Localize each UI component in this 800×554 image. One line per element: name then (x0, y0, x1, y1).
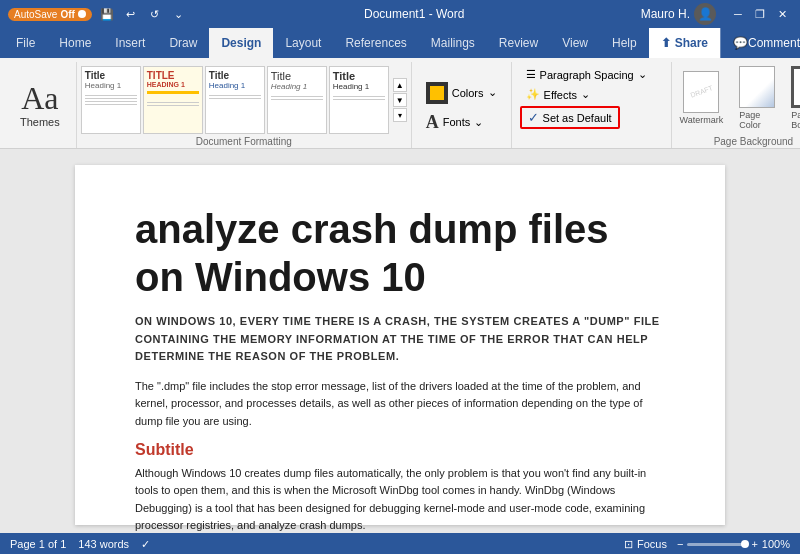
style-scroll-controls: ▲ ▼ ▾ (393, 78, 407, 122)
document-body-1: The ".dmp" file includes the stop error … (135, 378, 665, 431)
style-thumb-3[interactable]: Title Heading 1 (205, 66, 265, 134)
ribbon-group-colors-fonts: Colors ⌄ A Fonts ⌄ (412, 62, 512, 148)
autosave-toggle[interactable]: AutoSave Off (8, 8, 92, 21)
save-icon[interactable]: 💾 (98, 5, 116, 23)
document-subtitle-caps: ON WINDOWS 10, EVERY TIME THERE IS A CRA… (135, 313, 665, 366)
tab-design[interactable]: Design (209, 28, 273, 58)
status-bar-right: ⊡ Focus − + 100% (624, 538, 790, 551)
page-borders-label: Page Borders (791, 110, 800, 130)
colors-label: Colors (452, 87, 484, 99)
themes-group-content: Aa Themes (12, 62, 68, 148)
comments-button[interactable]: 💬 Comments (720, 28, 800, 58)
title-bar: AutoSave Off 💾 ↩ ↺ ⌄ Document1 - Word Ma… (0, 0, 800, 28)
document-heading: analyze crash dump files on Windows 10 (135, 205, 665, 301)
autosave-label: AutoSave (14, 9, 57, 20)
zoom-plus-button[interactable]: + (751, 538, 757, 550)
tab-view[interactable]: View (550, 28, 600, 58)
tab-references[interactable]: References (333, 28, 418, 58)
paragraph-spacing-button[interactable]: ☰ Paragraph Spacing ⌄ (520, 66, 653, 83)
paragraph-spacing-chevron-icon: ⌄ (638, 68, 647, 81)
scroll-more-arrow[interactable]: ▾ (393, 108, 407, 122)
colors-chevron-icon: ⌄ (488, 86, 497, 99)
ribbon-group-themes: Aa Themes (4, 62, 77, 148)
fonts-icon: A (426, 112, 439, 133)
page-borders-button[interactable]: Page Borders (787, 62, 800, 134)
style-thumb-1[interactable]: Title Heading 1 (81, 66, 141, 134)
close-button[interactable]: ✕ (772, 4, 792, 24)
effects-label: Effects (544, 89, 577, 101)
share-button[interactable]: ⬆ Share (649, 28, 720, 58)
tab-draw[interactable]: Draw (157, 28, 209, 58)
share-upload-icon: ⬆ (661, 36, 671, 50)
zoom-controls: − + 100% (677, 538, 790, 550)
watermark-label: Watermark (680, 115, 724, 125)
minimize-button[interactable]: ─ (728, 4, 748, 24)
ribbon-tab-right: ⬆ Share 💬 Comments (649, 28, 800, 58)
ribbon-group-page-background: DRAFT Watermark Page Color Page Borders … (672, 62, 800, 148)
doc-title: Document1 - Word (188, 7, 641, 21)
user-avatar-icon[interactable]: 👤 (694, 3, 716, 25)
themes-label: Themes (20, 116, 60, 128)
zoom-thumb (741, 540, 749, 548)
tab-review[interactable]: Review (487, 28, 550, 58)
proofing-icon: ✓ (141, 538, 150, 551)
doc-formatting-label: Document Formatting (81, 134, 407, 151)
tab-help[interactable]: Help (600, 28, 649, 58)
customize-icon[interactable]: ⌄ (170, 5, 188, 23)
tab-insert[interactable]: Insert (103, 28, 157, 58)
status-bar-left: Page 1 of 1 143 words ✓ (10, 538, 150, 551)
page-info: Page 1 of 1 (10, 538, 66, 550)
watermark-icon: DRAFT (683, 71, 719, 113)
document-page[interactable]: analyze crash dump files on Windows 10 O… (75, 165, 725, 525)
autosave-dot (78, 10, 86, 18)
set-default-check-icon: ✓ (528, 110, 539, 125)
set-default-label: Set as Default (543, 112, 612, 124)
scroll-up-arrow[interactable]: ▲ (393, 78, 407, 92)
document-subtitle: Subtitle (135, 441, 665, 459)
paragraph-spacing-label: Paragraph Spacing (540, 69, 634, 81)
tab-home[interactable]: Home (47, 28, 103, 58)
page-background-label: Page Background (676, 134, 800, 151)
focus-icon: ⊡ (624, 538, 633, 551)
style-thumb-2[interactable]: TITLE HEADING 1 (143, 66, 203, 134)
page-color-icon (739, 66, 775, 108)
zoom-minus-button[interactable]: − (677, 538, 683, 550)
colors-fonts-btns: Colors ⌄ A Fonts ⌄ (420, 79, 503, 136)
autosave-state: Off (60, 9, 74, 20)
effects-button[interactable]: ✨ Effects ⌄ (520, 86, 596, 103)
restore-button[interactable]: ❐ (750, 4, 770, 24)
style-thumb-5[interactable]: Title Heading 1 (329, 66, 389, 134)
set-as-default-button[interactable]: ✓ Set as Default (520, 106, 620, 129)
tab-mailings[interactable]: Mailings (419, 28, 487, 58)
title-bar-left: AutoSave Off 💾 ↩ ↺ ⌄ (8, 5, 188, 23)
themes-A-icon: Aa (21, 82, 58, 114)
effects-icon: ✨ (526, 88, 540, 101)
style-thumb-4[interactable]: Title Heading 1 (267, 66, 327, 134)
word-count: 143 words (78, 538, 129, 550)
document-area: analyze crash dump files on Windows 10 O… (0, 149, 800, 533)
undo-icon[interactable]: ↩ (122, 5, 140, 23)
comments-icon: 💬 (733, 36, 748, 50)
tab-layout[interactable]: Layout (273, 28, 333, 58)
style-thumbnails: Title Heading 1 TITLE HEADING 1 (81, 66, 407, 134)
page-color-button[interactable]: Page Color (735, 62, 779, 134)
zoom-slider[interactable] (687, 543, 747, 546)
user-name: Mauro H. (641, 7, 690, 21)
colors-fonts-content: Colors ⌄ A Fonts ⌄ (420, 62, 503, 148)
fonts-button[interactable]: A Fonts ⌄ (420, 109, 503, 136)
status-bar: Page 1 of 1 143 words ✓ ⊡ Focus − + 100% (0, 533, 800, 554)
watermark-button[interactable]: DRAFT Watermark (676, 67, 728, 129)
themes-button[interactable]: Aa Themes (12, 78, 68, 132)
undo-arrow-icon[interactable]: ↺ (146, 5, 164, 23)
fonts-chevron-icon: ⌄ (474, 116, 483, 129)
page-borders-icon (791, 66, 800, 108)
colors-button[interactable]: Colors ⌄ (420, 79, 503, 107)
scroll-down-arrow[interactable]: ▼ (393, 93, 407, 107)
page-color-label: Page Color (739, 110, 775, 130)
focus-button[interactable]: ⊡ Focus (624, 538, 667, 551)
page-background-buttons: DRAFT Watermark Page Color Page Borders (676, 62, 800, 134)
ribbon-content: Aa Themes Title Heading 1 (0, 58, 800, 148)
ribbon-tabs: File Home Insert Draw Design Layout Refe… (0, 28, 800, 58)
tab-file[interactable]: File (4, 28, 47, 58)
colors-swatch-icon (426, 82, 448, 104)
